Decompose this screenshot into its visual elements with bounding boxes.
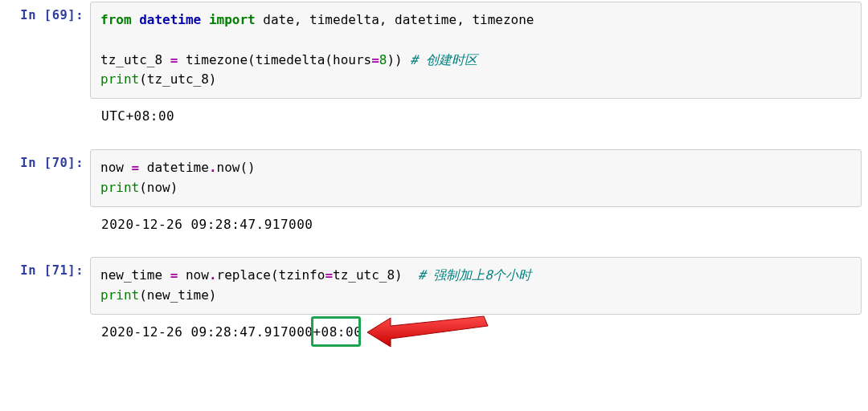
output-row-69: . UTC+08:00 <box>0 100 868 135</box>
output-row-71: . 2020-12-26 09:28:47.917000+08:00 <box>0 316 868 410</box>
code-line: new_time = now.replace(tzinfo=tz_utc_8) … <box>100 266 851 286</box>
code-line: print(tz_utc_8) <box>100 70 851 90</box>
kw-import: import <box>209 12 256 27</box>
kw-from: from <box>100 12 132 27</box>
code-input-69[interactable]: from datetime import date, timedelta, da… <box>90 2 862 99</box>
import-list: date, timedelta, datetime, timezone <box>256 12 534 27</box>
highlight-box <box>311 316 361 347</box>
svg-marker-0 <box>367 316 488 347</box>
prompt-71: In [71]: <box>0 255 90 316</box>
code-line: print(new_time) <box>100 286 851 306</box>
module-name: datetime <box>139 12 201 27</box>
code-line: tz_utc_8 = timezone(timedelta(hours=8)) … <box>100 51 851 71</box>
output-pre: 2020-12-26 09:28:47.917000+ <box>101 324 321 340</box>
code-line: from datetime import date, timedelta, da… <box>100 10 851 31</box>
arrow-icon <box>363 307 492 355</box>
cell-output-70: 2020-12-26 09:28:47.917000 <box>90 209 868 243</box>
code-input-70[interactable]: now = datetime.now() print(now) <box>90 149 862 207</box>
comment: # 强制加上8个小时 <box>418 267 531 283</box>
blank-line <box>100 31 851 51</box>
code-line: now = datetime.now() <box>100 158 851 178</box>
cell-output-71: 2020-12-26 09:28:47.917000+08:00 <box>90 316 868 410</box>
cell-70: In [70]: now = datetime.now() print(now) <box>0 148 868 209</box>
output-row-70: . 2020-12-26 09:28:47.917000 <box>0 209 868 243</box>
prompt-70: In [70]: <box>0 148 90 209</box>
comment: # 创建时区 <box>410 52 477 67</box>
prompt-69: In [69]: <box>0 0 90 100</box>
cell-output-69: UTC+08:00 <box>90 100 868 135</box>
code-line: print(now) <box>100 178 851 198</box>
cell-69: In [69]: from datetime import date, time… <box>0 0 868 100</box>
